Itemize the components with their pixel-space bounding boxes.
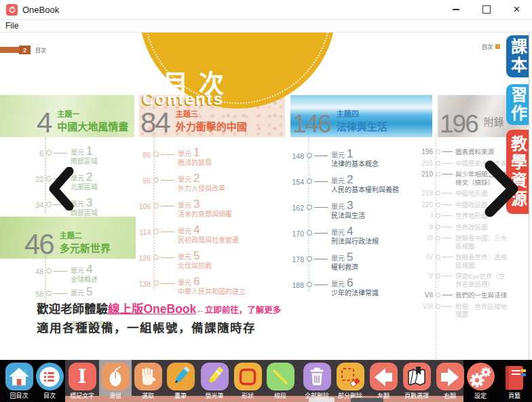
- appendix-title: 附冊：世界區域地理圖: [455, 303, 510, 318]
- appendix-page-number: 219: [414, 189, 433, 197]
- unit-label: 單元3: [71, 198, 98, 209]
- unit-marker-circle: [307, 282, 312, 287]
- tool-toc[interactable]: 目次: [33, 363, 66, 400]
- unit-page-number: 162: [288, 204, 304, 212]
- right-edge-strip: [529, 33, 532, 360]
- tool-flip-right[interactable]: 右翻: [434, 363, 466, 400]
- tool-page-picker[interactable]: 頁數選擇: [400, 363, 433, 400]
- arrow-left-icon: [370, 363, 398, 390]
- toc-unit-entry[interactable]: 48 單元4 全球概述: [27, 266, 111, 289]
- tool-pen[interactable]: 畫筆: [164, 363, 197, 400]
- unit-marker-circle: [153, 177, 159, 183]
- unit-marker-circle: [46, 268, 52, 274]
- toc-unit-entry[interactable]: 188 單元6 少年的法律常識: [288, 280, 399, 306]
- unit-page-number: 86: [134, 151, 151, 159]
- toc-unit-entry[interactable]: 162 單元3 民法與生活: [288, 202, 399, 228]
- tool-settings[interactable]: 設定: [464, 363, 497, 400]
- maximize-button[interactable]: [471, 0, 501, 19]
- toc-unit-entry[interactable]: 154 單元2 人民的基本權利與義務: [288, 177, 399, 202]
- unit-marker-circle: [153, 280, 159, 286]
- toc-unit-entry[interactable]: 170 單元4 刑法與行政法規: [288, 228, 399, 254]
- unit-marker-circle: [307, 179, 312, 184]
- tool-delete-all[interactable]: 全部刪除: [301, 363, 333, 400]
- close-button[interactable]: ×: [501, 0, 532, 19]
- unit-connector: [54, 271, 67, 272]
- tool-shape[interactable]: 形狀: [231, 363, 264, 400]
- appendix-connector: [442, 227, 453, 227]
- close-icon: ×: [514, 3, 520, 16]
- appendix-entry[interactable]: IV 放眼看世界：透視區域圖: [414, 253, 510, 269]
- unit-page-number: 178: [288, 255, 304, 263]
- unit-connector: [161, 154, 174, 155]
- toc-unit-entry[interactable]: 148 單元1 法律的基本概念: [288, 151, 399, 177]
- window-controls: ×: [440, 0, 532, 19]
- appendix-page-number: II: [414, 223, 433, 231]
- appendix-entry[interactable]: 196 圖表資料來源: [414, 148, 510, 156]
- toc-unit-entry[interactable]: 114 單元4 民初政局與社會變遷: [134, 227, 246, 253]
- unit-title: 南部區域: [71, 158, 98, 166]
- toc-unit-entry[interactable]: 96 單元2 外力入侵與改革: [134, 175, 246, 201]
- unit-connector: [161, 283, 174, 284]
- tab-textbook[interactable]: 課本: [506, 35, 529, 77]
- appendix-marker-circle: [436, 236, 440, 240]
- unit-page-number: 170: [288, 230, 304, 238]
- tool-text-mark[interactable]: I 標記文字: [66, 363, 98, 400]
- page-corner-tag-left: 2 目次: [0, 45, 46, 54]
- previous-page-arrow[interactable]: [48, 167, 75, 213]
- unit-connector: [161, 206, 174, 206]
- trash-icon: [303, 363, 331, 390]
- unit-marker-circle: [46, 291, 52, 296]
- tool-delete-partial[interactable]: 部分刪除: [334, 363, 366, 400]
- unit-marker-circle: [307, 153, 312, 158]
- unit-label: 單元6: [178, 277, 246, 288]
- unit-label: 單元4: [71, 265, 98, 276]
- appendix-marker-circle: [436, 191, 440, 196]
- promo-prefix: 歡迎老師體驗: [37, 302, 108, 316]
- toc-unit-entry[interactable]: 106 單元3 清末的衰頹與傾覆: [134, 201, 246, 227]
- promo-link[interactable]: 線上版OneBook: [108, 302, 196, 316]
- unit-page-number: 58: [27, 290, 43, 298]
- appendix-entry[interactable]: VIII 附冊：世界區域地理圖: [414, 303, 510, 318]
- promo-line1: 歡迎老師體驗線上版OneBook←立即前往，了解更多: [37, 299, 281, 316]
- unit-connector: [54, 293, 67, 294]
- tool-back-to-toc[interactable]: 回目次: [3, 363, 35, 400]
- text-mark-icon: I: [69, 363, 96, 390]
- unit-page-number: 48: [27, 268, 43, 276]
- unit-page-number: 126: [134, 254, 151, 262]
- appendix-entry[interactable]: V 環遊Eye世界（世界名勝巡禮）: [414, 272, 510, 288]
- unit-marker-circle: [153, 151, 159, 157]
- theme-title: 中國大地風情畫: [57, 119, 128, 133]
- tool-line-segment[interactable]: 線段: [264, 363, 297, 400]
- line-icon: [267, 363, 294, 390]
- appendix-entry[interactable]: II 世界政區圖: [414, 223, 510, 232]
- appendix-entry[interactable]: VII 我們的一生與法律: [414, 291, 510, 299]
- unit-marker-circle: [307, 256, 312, 261]
- unit-title: 民法與生活: [331, 212, 365, 220]
- tool-flip-left[interactable]: 左翻: [367, 363, 400, 400]
- unit-connector: [314, 285, 328, 285]
- appendix-connector: [442, 174, 453, 175]
- tool-mouse[interactable]: 滑鼠: [99, 363, 132, 400]
- unit-title: 西部區域: [71, 209, 98, 217]
- highlighter-icon: [201, 363, 229, 390]
- mouse-icon: [102, 363, 130, 390]
- tab-workbook[interactable]: 習作: [506, 84, 529, 125]
- unit-title: 中華人民共和國的建立: [178, 288, 246, 296]
- unit-title: 北部區域: [71, 183, 98, 191]
- menu-file[interactable]: File: [0, 21, 24, 31]
- toc-unit-entry[interactable]: 86 單元1 晚清的變局: [134, 149, 246, 175]
- toc-unit-entry[interactable]: 178 單元5 權利救濟: [288, 254, 399, 280]
- toc-unit-entry[interactable]: 126 單元5 北伐與抗戰: [134, 253, 246, 278]
- minimize-button[interactable]: [440, 0, 471, 19]
- theme-page-number: 196: [440, 114, 478, 134]
- unit-label: 單元5: [178, 251, 212, 262]
- appendix-entry[interactable]: III 放眼看中國：三大區域圖: [414, 234, 510, 250]
- unit-marker-circle: [153, 203, 159, 208]
- unit-label: 單元2: [178, 174, 225, 185]
- theme-title: 外力衝擊的中國: [176, 119, 247, 133]
- tool-highlighter[interactable]: 螢光筆: [198, 363, 231, 400]
- appendix-marker-circle: [436, 149, 440, 154]
- tool-select[interactable]: 選取: [132, 363, 164, 400]
- next-page-arrow[interactable]: [484, 160, 520, 220]
- tool-page-tabs[interactable]: 頁籤: [498, 363, 531, 400]
